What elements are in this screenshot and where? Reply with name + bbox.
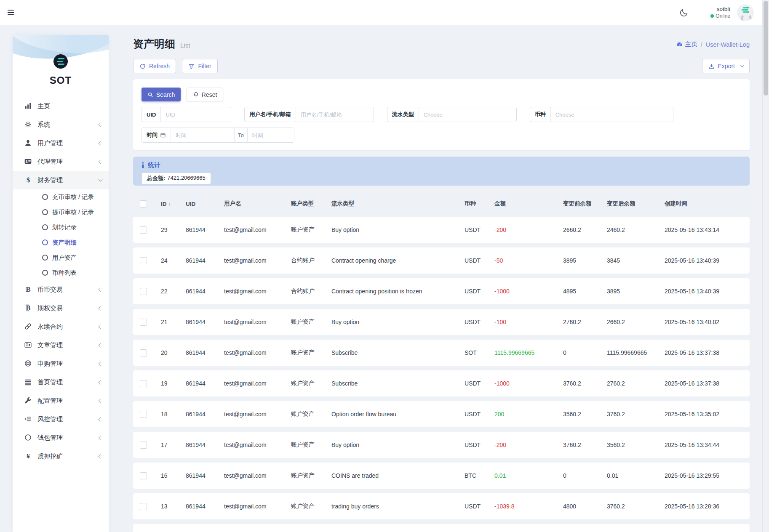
cell-flow-type: Contract opening position is frozen bbox=[331, 288, 465, 295]
cell-before-balance: 4800 bbox=[563, 503, 607, 510]
sidebar-subitem-asset-details[interactable]: 资产明细 bbox=[13, 235, 109, 250]
sidebar-item-options-trade[interactable]: ₿期权交易 bbox=[13, 299, 109, 317]
chevron-left-icon bbox=[99, 362, 103, 366]
online-status-label: Online bbox=[716, 13, 730, 19]
cell-after-balance: 1115.99669665 bbox=[607, 349, 665, 356]
search-button[interactable]: Search bbox=[142, 88, 181, 101]
sidebar-subitem-label: 充币审核 / 记录 bbox=[52, 193, 94, 201]
cell-amount: -200 bbox=[494, 226, 563, 233]
reset-button[interactable]: Reset bbox=[187, 88, 224, 101]
sidebar-brand[interactable]: SOT bbox=[13, 35, 109, 88]
sidebar-item-articles[interactable]: 文章管理 bbox=[13, 336, 109, 354]
sidebar-subitem-withdraw-audit[interactable]: 提币审核 / 记录 bbox=[13, 205, 109, 220]
filter-row-1: UID 用户名/手机/邮箱 流水类型 币种 bbox=[142, 107, 741, 122]
scrollbar-thumb[interactable] bbox=[764, 1, 768, 96]
row-checkbox[interactable] bbox=[140, 380, 147, 387]
breadcrumb-home-link[interactable]: 主页 bbox=[676, 40, 697, 48]
cell-id: 19 bbox=[161, 380, 186, 387]
row-checkbox[interactable] bbox=[140, 226, 147, 234]
username-text: sotbit bbox=[710, 6, 730, 13]
sidebar-item-spot-trade[interactable]: B币币交易 bbox=[13, 280, 109, 299]
cell-amount: 0.01 bbox=[494, 472, 563, 479]
coin-field-group: 币种 bbox=[530, 107, 673, 122]
cell-after-balance: 3560.2 bbox=[607, 442, 665, 448]
refresh-button[interactable]: Refresh bbox=[133, 59, 176, 73]
cell-uid: 861944 bbox=[186, 288, 224, 295]
sidebar-item-agents[interactable]: 代理管理 bbox=[13, 152, 109, 171]
cell-after-balance: 3895 bbox=[607, 288, 665, 295]
user-input[interactable] bbox=[296, 107, 374, 122]
cell-account-type: 账户资产 bbox=[291, 441, 331, 449]
cell-before-balance: 0 bbox=[563, 472, 607, 479]
sidebar-item-config[interactable]: 配置管理 bbox=[13, 391, 109, 410]
sidebar-subitem-deposit-audit[interactable]: 充币审核 / 记录 bbox=[13, 189, 109, 205]
sidebar-item-users[interactable]: 用户管理 bbox=[13, 134, 109, 152]
time-field-label: 时间 bbox=[142, 128, 171, 142]
row-checkbox[interactable] bbox=[140, 442, 147, 449]
dark-mode-toggle-icon[interactable] bbox=[679, 8, 689, 17]
hamburger-menu-icon[interactable] bbox=[8, 10, 14, 15]
sidebar-item-perpetual[interactable]: 永续合约 bbox=[13, 317, 109, 336]
row-checkbox[interactable] bbox=[140, 411, 147, 418]
cell-created-time: 2025-05-16 13:28:36 bbox=[665, 503, 750, 510]
cell-amount: -1000 bbox=[494, 288, 563, 295]
row-checkbox[interactable] bbox=[140, 503, 147, 510]
cell-uid: 861944 bbox=[186, 319, 224, 325]
sidebar-subitem-transfer-records[interactable]: 划转记录 bbox=[13, 220, 109, 235]
row-checkbox[interactable] bbox=[140, 288, 147, 295]
row-checkbox[interactable] bbox=[140, 319, 147, 326]
undo-icon bbox=[193, 92, 199, 98]
cell-account-type: 账户资产 bbox=[291, 226, 331, 234]
cell-username: test@gmail.com bbox=[224, 380, 291, 387]
row-checkbox[interactable] bbox=[140, 349, 147, 356]
filter-actions: Search Reset bbox=[142, 88, 741, 101]
sidebar-item-label: 申购管理 bbox=[37, 360, 63, 368]
sidebar-item-risk[interactable]: 风控管理 bbox=[13, 410, 109, 428]
filter-button[interactable]: Filter bbox=[182, 59, 217, 73]
cell-created-time: 2025-05-16 13:43:14 bbox=[665, 226, 750, 233]
top-navbar: sotbit Online bbox=[0, 0, 769, 25]
cell-coin: USDT bbox=[465, 380, 494, 387]
cell-uid: 861944 bbox=[186, 257, 224, 264]
time-from-input[interactable] bbox=[171, 128, 234, 142]
avatar[interactable] bbox=[737, 4, 754, 21]
cell-created-time: 2025-05-16 13:40:39 bbox=[665, 257, 750, 264]
cell-coin: USDT bbox=[465, 288, 494, 295]
cell-id: 13 bbox=[161, 503, 186, 510]
flow-type-select[interactable] bbox=[419, 107, 516, 122]
col-header-created-time: 创建时间 bbox=[665, 200, 750, 207]
row-checkbox[interactable] bbox=[140, 257, 147, 264]
sidebar-item-system[interactable]: 系统 bbox=[13, 115, 109, 134]
breadcrumb-current: User-Wallet-Log bbox=[706, 41, 750, 48]
coin-select[interactable] bbox=[551, 107, 673, 122]
sidebar-item-subscription[interactable]: 申购管理 bbox=[13, 354, 109, 373]
select-all-checkbox[interactable] bbox=[140, 200, 147, 207]
col-header-id[interactable]: ID↑ bbox=[161, 201, 186, 207]
sidebar-item-finance[interactable]: $财务管理 bbox=[13, 171, 109, 189]
row-checkbox[interactable] bbox=[140, 472, 147, 479]
time-to-input[interactable] bbox=[248, 128, 294, 142]
sidebar-subitem-user-assets[interactable]: 用户资产 bbox=[13, 250, 109, 265]
sidebar-item-home[interactable]: 主页 bbox=[13, 97, 109, 115]
table-row: 22861944test@gmail.com合约账户Contract openi… bbox=[133, 278, 750, 304]
circle-icon bbox=[42, 209, 48, 215]
chevron-left-icon bbox=[99, 417, 103, 421]
user-field-group: 用户名/手机/邮箱 bbox=[244, 107, 374, 122]
letter-b-icon: B bbox=[24, 285, 32, 294]
sidebar-item-homepage[interactable]: 首页管理 bbox=[13, 373, 109, 391]
sidebar-item-staking[interactable]: ¥质押挖矿 bbox=[13, 447, 109, 466]
cell-flow-type: Buy option bbox=[331, 226, 465, 233]
cell-username: test@gmail.com bbox=[224, 288, 291, 295]
circle-icon bbox=[42, 270, 48, 276]
export-button[interactable]: Export bbox=[702, 59, 750, 73]
cell-id: 24 bbox=[161, 257, 186, 264]
user-menu[interactable]: sotbit Online bbox=[710, 6, 730, 19]
sidebar-subitem-label: 提币审核 / 记录 bbox=[52, 208, 94, 216]
uid-input[interactable] bbox=[161, 107, 231, 122]
cell-before-balance: 3895 bbox=[563, 257, 607, 264]
scrollbar[interactable] bbox=[762, 0, 769, 532]
sidebar-subitem-coin-list[interactable]: 币种列表 bbox=[13, 265, 109, 280]
sidebar-item-label: 风控管理 bbox=[37, 415, 63, 423]
sidebar-item-wallet[interactable]: 钱包管理 bbox=[13, 428, 109, 447]
chevron-down-icon bbox=[99, 178, 103, 182]
